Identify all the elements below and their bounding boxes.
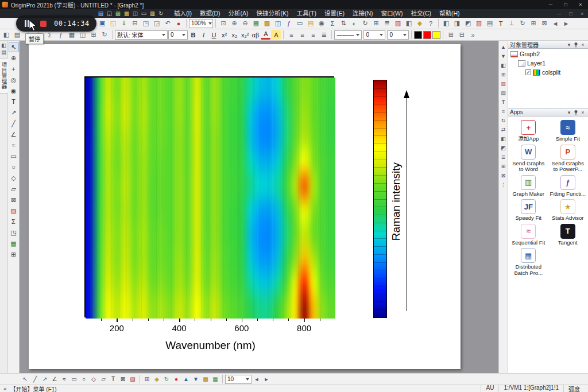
help-button[interactable]: ?: [425, 18, 436, 29]
new-graph-button[interactable]: ◫: [273, 18, 283, 29]
polygon-tool[interactable]: ◇: [9, 173, 19, 183]
status-collapse-button[interactable]: «: [3, 386, 7, 392]
flip-button[interactable]: ⇄: [500, 126, 508, 134]
data-reader-tool[interactable]: ◎: [9, 75, 19, 85]
region-tool[interactable]: ▱: [9, 184, 19, 194]
underline-button[interactable]: U: [209, 30, 219, 40]
import-data-button[interactable]: ⇓: [119, 18, 129, 29]
colorbar[interactable]: [373, 80, 387, 318]
menu-item[interactable]: 快捷分析(K): [253, 9, 293, 18]
italic-button[interactable]: I: [199, 30, 208, 40]
project-explorer-icon[interactable]: ▤: [1, 49, 7, 56]
tree-item-layer1[interactable]: Layer1: [508, 59, 588, 68]
app-item-speedy-fit[interactable]: JF Speedy Fit: [509, 199, 548, 222]
font-preset-combo[interactable]: 默认: 宋体: [115, 30, 168, 40]
new-project-icon[interactable]: ▤: [96, 10, 105, 17]
fill-color-tool[interactable]: ▨: [9, 205, 19, 216]
insert-excel-tool[interactable]: ▦: [9, 238, 19, 249]
ellipse-tool-button[interactable]: ○: [79, 375, 88, 384]
mask-tool-button[interactable]: ⊠: [118, 375, 127, 384]
align-top-button[interactable]: ◩: [500, 144, 508, 152]
arrow-tool-button[interactable]: ↗: [40, 375, 49, 384]
add-axis-button[interactable]: ⊥: [506, 18, 517, 29]
rectangle-tool[interactable]: ▭: [9, 151, 19, 161]
new-matrix-icon[interactable]: ▩: [122, 10, 131, 17]
group-objects-button[interactable]: ⊞: [446, 30, 456, 40]
add-legend-button[interactable]: ▤: [500, 89, 508, 97]
layer-down-button[interactable]: ▼: [500, 52, 508, 60]
new-legend-button[interactable]: ▤: [12, 30, 22, 40]
app-item-sequential-fit[interactable]: ≈ Sequential Fit: [509, 224, 548, 246]
child-minimize-button[interactable]: ─: [554, 10, 565, 18]
zoom-tool[interactable]: ⊕: [9, 53, 19, 63]
app-item-fitting-functi[interactable]: ƒ Fitting Functi...: [549, 175, 587, 197]
ellipse-tool[interactable]: ○: [9, 162, 19, 172]
zoom-out-button[interactable]: ⊖: [240, 18, 250, 29]
line-style-combo[interactable]: ———: [334, 30, 362, 40]
polyline-tool[interactable]: ∠: [9, 129, 19, 139]
pan-tool[interactable]: +: [9, 64, 19, 74]
new-workbook-icon[interactable]: ▦: [114, 10, 122, 17]
zoom-level-combo[interactable]: 100%: [189, 19, 213, 28]
group-button[interactable]: ⊞: [500, 162, 508, 170]
menu-item[interactable]: 社交(C): [407, 9, 435, 18]
new-layout-button[interactable]: ▭: [295, 18, 305, 29]
curve-tool-button[interactable]: ≈: [60, 375, 69, 384]
rotate-button[interactable]: ↻: [517, 18, 528, 29]
add-graph-layer-button[interactable]: ◧: [1, 30, 11, 40]
maximize-button[interactable]: □: [558, 1, 573, 9]
new-link-button[interactable]: ◆: [152, 375, 161, 384]
color-swatch[interactable]: [414, 31, 422, 39]
add-object-button[interactable]: ⊞: [142, 375, 152, 384]
sum-button[interactable]: Σ: [327, 18, 338, 29]
child-restore-button[interactable]: □: [565, 10, 577, 18]
matrix-button[interactable]: ▩: [201, 375, 210, 384]
pause-button[interactable]: [22, 18, 32, 29]
add-color-scale-button[interactable]: ▥: [500, 80, 508, 88]
save-project-button[interactable]: ▣: [97, 18, 107, 29]
collapse-dock-icon[interactable]: ◧: [1, 42, 7, 49]
insert-equation-tool[interactable]: Σ: [9, 216, 19, 227]
merge-graphs-button[interactable]: ◨: [452, 18, 462, 29]
angle-combo[interactable]: 0: [387, 30, 409, 40]
duplicate-window-button[interactable]: ⊞: [528, 18, 539, 29]
line-tool-button[interactable]: ╱: [30, 375, 40, 384]
panel-menu-button[interactable]: ▾: [566, 109, 572, 116]
add-layer-button[interactable]: ◧: [441, 18, 451, 29]
menu-item[interactable]: 数据(D): [196, 9, 225, 18]
more-format-button[interactable]: »: [467, 30, 478, 40]
color-swatch[interactable]: [423, 31, 431, 39]
pin-icon[interactable]: [572, 109, 579, 116]
subscript-button[interactable]: x₂: [230, 30, 239, 40]
rect-tool-button[interactable]: ▭: [69, 375, 79, 384]
pointer-tool[interactable]: ↖: [9, 42, 19, 52]
super-subscript-button[interactable]: x₂²: [240, 30, 250, 40]
new-notes-button[interactable]: ▤: [305, 18, 316, 29]
add-legend-button[interactable]: ▤: [485, 18, 495, 29]
add-inset-button[interactable]: ⊞: [500, 71, 508, 79]
scroll-right-button[interactable]: ►: [561, 18, 571, 29]
app-item-distributed-batch-pro[interactable]: ▦ Distributed Batch Pro...: [509, 248, 548, 276]
arrow-tool[interactable]: ↗: [9, 107, 19, 118]
add-text-button[interactable]: T: [496, 18, 506, 29]
sort-button[interactable]: ⇅: [338, 18, 349, 29]
child-close-button[interactable]: ×: [577, 10, 588, 18]
color-palette-button[interactable]: ▨: [393, 18, 403, 29]
mask-tool[interactable]: ⊠: [9, 195, 19, 205]
align-left-button[interactable]: ≡: [286, 30, 296, 40]
menu-item[interactable]: 窗口(W): [377, 9, 407, 18]
colorbar-label[interactable]: Raman intensity: [389, 121, 403, 282]
palette-button[interactable]: ▦: [211, 375, 220, 384]
app-item-stats-advisor[interactable]: ★ Stats Advisor: [549, 199, 587, 222]
refresh-graph-button[interactable]: ↻: [99, 30, 110, 40]
curve-tool[interactable]: ≈: [9, 140, 19, 150]
new-matrix-button[interactable]: ▩: [262, 18, 272, 29]
tick-settings-button[interactable]: ≡: [500, 107, 508, 115]
prev-button[interactable]: ◄: [252, 375, 261, 384]
minimize-button[interactable]: ─: [543, 1, 558, 9]
new-notes-icon[interactable]: ▥: [148, 10, 157, 17]
update-graph-button[interactable]: ↻: [162, 375, 171, 384]
pin-icon[interactable]: [572, 41, 579, 48]
x-axis-title[interactable]: Wavenumber (nm): [86, 339, 335, 352]
menu-item[interactable]: 连接(N): [349, 9, 377, 18]
